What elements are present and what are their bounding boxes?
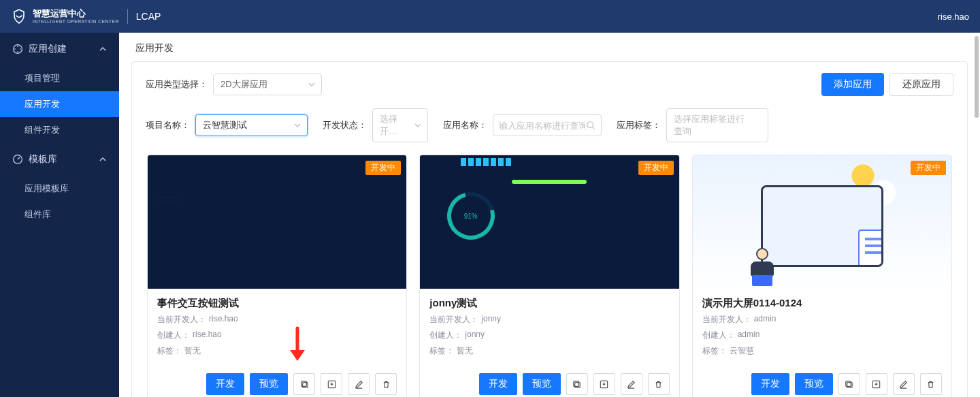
copy-button[interactable] <box>293 373 315 395</box>
sidebar-group-app-create[interactable]: 应用创建 <box>0 33 119 65</box>
status-badge: 开发中 <box>365 161 401 175</box>
app-thumbnail[interactable]: 91% 开发中 <box>420 155 679 289</box>
app-card: 91% 开发中 jonny测试 当前开发人：jonny 创建人：jonny 标签… <box>419 155 679 397</box>
chevron-up-icon <box>99 45 107 53</box>
chevron-up-icon <box>99 155 107 163</box>
edit-icon <box>626 379 636 390</box>
app-thumbnail[interactable]: ···· ···· ········ ···· ···· 开发中 <box>148 155 406 289</box>
export-icon <box>871 379 881 390</box>
svg-rect-3 <box>303 382 308 387</box>
app-name-input[interactable] <box>499 121 586 131</box>
restore-app-button[interactable]: 还原应用 <box>889 73 953 96</box>
dev-status-label: 开发状态： <box>323 119 367 131</box>
export-button[interactable] <box>321 373 342 395</box>
project-name-label: 项目名称： <box>146 119 190 131</box>
header-separator <box>127 9 128 24</box>
preview-button[interactable]: 预览 <box>250 373 288 395</box>
page-title: 应用开发 <box>119 33 980 61</box>
copy-icon <box>299 379 310 390</box>
develop-button[interactable]: 开发 <box>206 373 244 395</box>
brand-subtitle: INTELLIGENT OPERATION CENTER <box>33 19 119 24</box>
chevron-down-icon <box>414 121 422 129</box>
chevron-down-icon <box>293 121 301 129</box>
app-tag-label: 应用标签： <box>617 119 661 131</box>
add-app-button[interactable]: 添加应用 <box>821 73 884 96</box>
export-button[interactable] <box>866 373 887 395</box>
chevron-down-icon <box>308 80 316 89</box>
export-icon <box>599 379 609 390</box>
edit-button[interactable] <box>348 373 370 395</box>
sidebar-group-label: 模板库 <box>29 153 57 165</box>
app-tag-select[interactable]: 选择应用标签进行查询 <box>666 108 768 142</box>
brand-logo: 智慧运营中心 INTELLIGENT OPERATION CENTER <box>11 8 119 25</box>
delete-button[interactable] <box>648 373 670 395</box>
svg-point-2 <box>587 122 593 128</box>
app-card-grid: ···· ···· ········ ···· ···· 开发中 事件交互按钮测… <box>132 155 967 397</box>
edit-icon <box>898 379 909 390</box>
copy-button[interactable] <box>566 373 588 395</box>
copy-icon <box>844 379 854 390</box>
status-badge: 开发中 <box>911 161 946 175</box>
app-name-label: 应用名称： <box>443 119 487 131</box>
compass-icon <box>12 44 23 54</box>
export-button[interactable] <box>593 373 615 395</box>
scrollbar-thumb[interactable] <box>975 36 979 118</box>
status-badge: 开发中 <box>638 161 674 175</box>
trash-icon <box>653 379 664 390</box>
svg-rect-4 <box>301 381 307 386</box>
content-panel: 应用类型选择： 2D大屏应用 添加应用 还原应用 项目名称： 云智慧测试 <box>131 61 968 397</box>
edit-button[interactable] <box>621 373 642 395</box>
main-content: 应用开发 应用类型选择： 2D大屏应用 添加应用 还原应用 项目名称： <box>119 33 980 397</box>
svg-rect-10 <box>846 381 851 386</box>
card-actions: 开发 预览 <box>420 366 679 397</box>
header-left: 智慧运营中心 INTELLIGENT OPERATION CENTER LCAP <box>11 8 161 25</box>
app-title: jonny测试 <box>429 297 669 310</box>
preview-button[interactable]: 预览 <box>795 373 833 395</box>
app-card: 开发中 演示用大屏0114-0124 当前开发人：admin 创建人：admin… <box>692 155 952 397</box>
sidebar-item-component-lib[interactable]: 组件库 <box>0 202 119 227</box>
current-user[interactable]: rise.hao <box>938 12 969 22</box>
app-title: 事件交互按钮测试 <box>157 297 397 310</box>
app-header: 智慧运营中心 INTELLIGENT OPERATION CENTER LCAP… <box>0 0 980 33</box>
project-name-select[interactable]: 云智慧测试 <box>195 114 308 136</box>
toolbar: 应用类型选择： 2D大屏应用 添加应用 还原应用 项目名称： 云智慧测试 <box>132 62 967 142</box>
export-icon <box>327 379 337 390</box>
svg-rect-7 <box>574 381 579 386</box>
svg-rect-6 <box>575 382 581 387</box>
app-title: 演示用大屏0114-0124 <box>702 297 942 310</box>
trash-icon <box>381 379 391 390</box>
brand-name: 智慧运营中心 <box>33 9 119 18</box>
delete-button[interactable] <box>375 373 397 395</box>
sidebar-group-label: 应用创建 <box>29 43 67 55</box>
preview-button[interactable]: 预览 <box>523 373 561 395</box>
app-name-search[interactable] <box>493 114 602 136</box>
svg-rect-9 <box>847 382 853 387</box>
sidebar-item-component-dev[interactable]: 组件开发 <box>0 117 119 143</box>
copy-icon <box>572 379 582 390</box>
card-actions: 开发 预览 <box>693 366 951 397</box>
sidebar: 应用创建 项目管理 应用开发 组件开发 模板库 应用模板库 组件库 <box>0 33 119 397</box>
app-name: LCAP <box>136 11 161 22</box>
app-thumbnail[interactable]: 开发中 <box>693 155 951 289</box>
search-icon <box>586 121 595 130</box>
edit-button[interactable] <box>893 373 915 395</box>
sidebar-item-app-dev[interactable]: 应用开发 <box>0 91 119 117</box>
sidebar-item-project-manage[interactable]: 项目管理 <box>0 65 119 91</box>
sidebar-item-app-template-lib[interactable]: 应用模板库 <box>0 176 119 202</box>
card-actions: 开发 预览 <box>148 366 406 397</box>
trash-icon <box>926 379 936 390</box>
develop-button[interactable]: 开发 <box>479 373 517 395</box>
sidebar-group-template-lib[interactable]: 模板库 <box>0 143 119 176</box>
delete-button[interactable] <box>920 373 942 395</box>
edit-icon <box>354 379 364 390</box>
dev-status-select[interactable]: 选择开… <box>372 108 428 142</box>
copy-button[interactable] <box>838 373 860 395</box>
develop-button[interactable]: 开发 <box>751 373 789 395</box>
app-type-label: 应用类型选择： <box>146 78 208 91</box>
app-type-select[interactable]: 2D大屏应用 <box>213 74 322 95</box>
app-card: ···· ···· ········ ···· ···· 开发中 事件交互按钮测… <box>147 155 407 397</box>
gauge-icon <box>12 154 23 165</box>
brand-mark-icon <box>11 8 27 25</box>
